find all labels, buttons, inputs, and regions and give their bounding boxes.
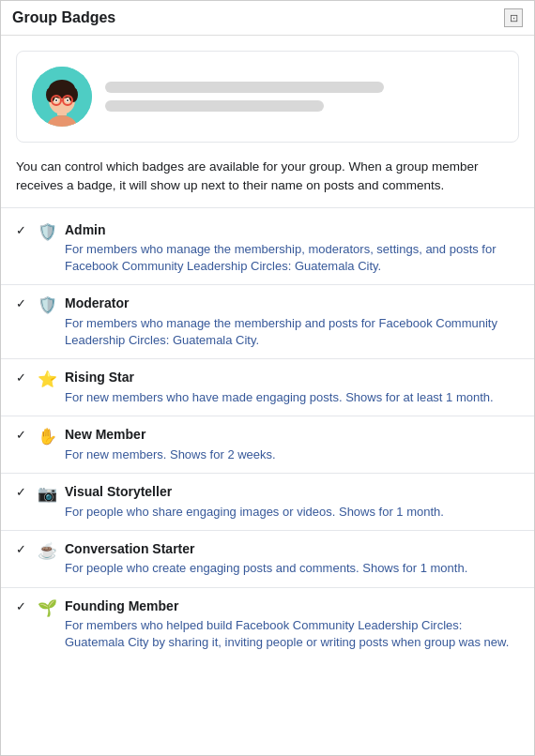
rising-star-icon: ⭐ <box>37 370 57 389</box>
badge-name-4: Visual Storyteller <box>65 483 519 502</box>
badge-description-0: For members who manage the membership, m… <box>65 241 519 275</box>
badge-description-6: For members who helped build Facebook Co… <box>65 617 519 651</box>
svg-point-13 <box>55 99 57 101</box>
visual-storyteller-icon: 📷 <box>37 484 57 504</box>
badge-description-2: For new members who have made engaging p… <box>65 389 519 406</box>
placeholder-lines <box>105 82 503 112</box>
panel-title: Group Badges <box>12 9 115 26</box>
close-icon: ⊡ <box>510 12 518 24</box>
admin-shield-icon: 🛡️ <box>37 222 57 242</box>
badge-description-1: For members who manage the membership an… <box>65 315 519 349</box>
badge-item[interactable]: ✓ 🌱 Founding Member For members who help… <box>1 588 534 661</box>
badge-checkmark-3: ✓ <box>16 428 29 442</box>
close-button[interactable]: ⊡ <box>504 8 523 27</box>
badge-content-0: Admin For members who manage the members… <box>65 221 519 276</box>
svg-point-7 <box>69 87 78 102</box>
badge-name-5: Conversation Starter <box>65 540 519 559</box>
new-member-icon: ✋ <box>37 427 57 446</box>
badge-content-4: Visual Storyteller For people who share … <box>65 483 519 521</box>
badge-content-5: Conversation Starter For people who crea… <box>65 540 519 578</box>
badge-checkmark-0: ✓ <box>16 223 29 237</box>
avatar <box>32 67 92 127</box>
founding-member-icon: 🌱 <box>37 598 57 618</box>
badge-list: ✓ 🛡️ Admin For members who manage the me… <box>1 212 534 661</box>
badge-content-3: New Member For new members. Shows for 2 … <box>65 426 519 463</box>
svg-point-14 <box>67 99 69 101</box>
badge-checkmark-6: ✓ <box>16 599 29 613</box>
badge-item[interactable]: ✓ 🛡️ Admin For members who manage the me… <box>1 212 534 286</box>
badge-name-0: Admin <box>65 221 519 240</box>
badge-description-5: For people who create engaging posts and… <box>65 560 519 577</box>
badge-item[interactable]: ✓ ✋ New Member For new members. Shows fo… <box>1 416 534 474</box>
badge-name-3: New Member <box>65 426 519 445</box>
svg-point-6 <box>46 87 55 102</box>
badge-item[interactable]: ✓ ⭐ Rising Star For new members who have… <box>1 359 534 416</box>
conversation-starter-icon: ☕ <box>37 541 57 561</box>
placeholder-line-2 <box>105 100 324 112</box>
badge-content-1: Moderator For members who manage the mem… <box>65 295 519 349</box>
badge-name-6: Founding Member <box>65 597 519 616</box>
badge-content-2: Rising Star For new members who have mad… <box>65 369 519 406</box>
placeholder-line-1 <box>105 82 384 93</box>
badge-description-3: For new members. Shows for 2 weeks. <box>65 446 519 463</box>
badge-name-1: Moderator <box>65 295 519 313</box>
badge-checkmark-5: ✓ <box>16 542 29 556</box>
badge-item[interactable]: ✓ ☕ Conversation Starter For people who … <box>1 531 534 588</box>
badge-item[interactable]: ✓ 📷 Visual Storyteller For people who sh… <box>1 474 534 531</box>
badge-item[interactable]: ✓ 🛡️ Moderator For members who manage th… <box>1 285 534 359</box>
badge-name-2: Rising Star <box>65 369 519 387</box>
badge-content-6: Founding Member For members who helped b… <box>65 597 519 652</box>
description-text: You can control which badges are availab… <box>1 150 534 208</box>
moderator-shield-icon: 🛡️ <box>37 295 57 315</box>
badge-checkmark-1: ✓ <box>16 296 29 310</box>
badge-checkmark-2: ✓ <box>16 370 29 385</box>
panel-header: Group Badges ⊡ <box>1 1 534 36</box>
badge-checkmark-4: ✓ <box>16 485 29 499</box>
profile-preview <box>16 51 519 143</box>
badge-description-4: For people who share engaging images or … <box>65 504 519 521</box>
